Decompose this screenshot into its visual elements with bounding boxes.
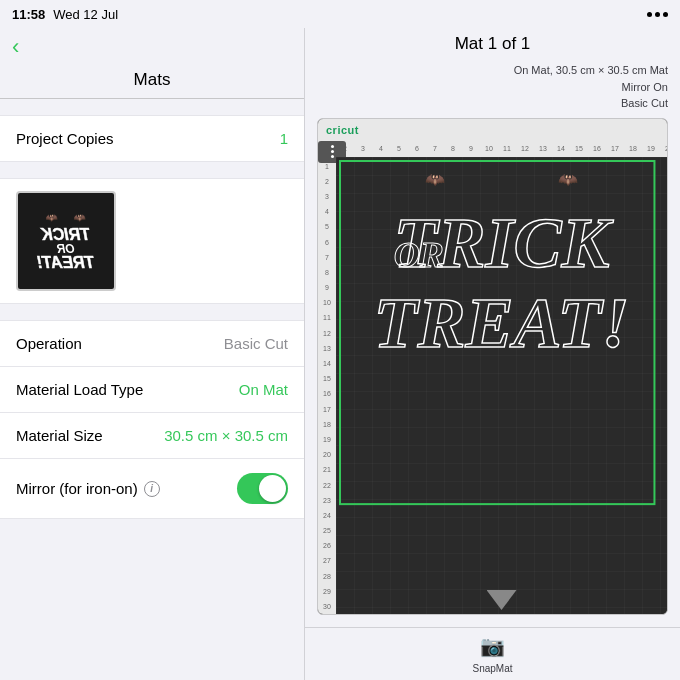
mats-title: Mats: [134, 70, 171, 89]
project-copies-value: 1: [280, 130, 288, 147]
info-icon[interactable]: i: [144, 481, 160, 497]
material-size-label: Material Size: [16, 427, 103, 444]
ruler-left: 1 2 3 4 5 6 7 8 9 10 11 12 13 14 15 16 1…: [318, 157, 336, 615]
ruler-num: 12: [516, 145, 534, 152]
svg-text:🦇: 🦇: [558, 170, 578, 189]
mat-title: Mat 1 of 1: [455, 34, 531, 53]
project-copies-row: Project Copies 1: [0, 115, 304, 162]
ruler-num: 20: [660, 145, 668, 152]
status-time: 11:58: [12, 7, 45, 22]
material-size-value: 30.5 cm × 30.5 cm: [164, 427, 288, 444]
ruler-num: 8: [444, 145, 462, 152]
ruler-num: 9: [462, 145, 480, 152]
main-row: ‹ Mats Project Copies 1 🦇 🦇 TRICK: [0, 28, 680, 680]
ruler-numbers: 2 3 4 5 6 7 8 9 10 11 12 13 14 15 16 17: [336, 145, 668, 152]
material-load-label: Material Load Type: [16, 381, 143, 398]
ruler-top: 2 3 4 5 6 7 8 9 10 11 12 13 14 15 16 17: [318, 141, 667, 157]
left-content: Project Copies 1 🦇 🦇 TRICK OR TREAT!: [0, 99, 304, 680]
mat-info-bar: On Mat, 30.5 cm × 30.5 cm Mat Mirror On …: [305, 60, 680, 118]
thumbnail-bats: 🦇 🦇: [37, 212, 94, 223]
grid-svg: 🦇 🦇 TRICK OR TREAT!: [336, 157, 667, 615]
ruler-num: 17: [606, 145, 624, 152]
status-date: Wed 12 Jul: [53, 7, 118, 22]
svg-text:OR: OR: [394, 235, 444, 275]
settings-group: Operation Basic Cut Material Load Type O…: [0, 320, 304, 519]
material-load-value: On Mat: [239, 381, 288, 398]
menu-dot: [331, 155, 334, 158]
mirror-row: Mirror (for iron-on) i: [0, 459, 304, 519]
mat-thumbnail-section: 🦇 🦇 TRICK OR TREAT!: [0, 178, 304, 304]
mat-info-line1: On Mat, 30.5 cm × 30.5 cm Mat: [317, 62, 668, 79]
snapmat-bar[interactable]: 📷 SnapMat: [305, 627, 680, 680]
menu-dot: [331, 150, 334, 153]
project-copies-label: Project Copies: [16, 130, 114, 147]
mirror-toggle[interactable]: [237, 473, 288, 504]
ruler-num: 18: [624, 145, 642, 152]
ruler-num: 3: [354, 145, 372, 152]
mat-info-line3: Basic Cut: [317, 95, 668, 112]
menu-dot: [331, 145, 334, 148]
right-header: Mat 1 of 1: [305, 28, 680, 60]
left-header: ‹: [0, 28, 304, 66]
mat-thumbnail: 🦇 🦇 TRICK OR TREAT!: [16, 191, 116, 291]
thumb-or: OR: [37, 243, 94, 255]
dot1: [647, 12, 652, 17]
ruler-num: 15: [570, 145, 588, 152]
snapmat-icon: 📷: [305, 634, 680, 658]
mats-title-bar: Mats: [0, 66, 304, 99]
snapmat-label: SnapMat: [472, 663, 512, 674]
svg-text:TREAT!: TREAT!: [373, 283, 629, 363]
ruler-num: 13: [534, 145, 552, 152]
back-button[interactable]: ‹: [12, 36, 19, 58]
mat-info-line2: Mirror On: [317, 79, 668, 96]
ruler-num: 6: [408, 145, 426, 152]
ruler-num: 5: [390, 145, 408, 152]
mat-grid-area: 🦇 🦇 TRICK OR TREAT!: [336, 157, 667, 615]
mat-top-bar: cricut: [318, 119, 667, 141]
svg-text:🦇: 🦇: [425, 170, 445, 189]
mirror-label-group: Mirror (for iron-on) i: [16, 480, 160, 497]
operation-row: Operation Basic Cut: [0, 321, 304, 367]
mat-canvas: cricut 2 3 4 5 6 7 8 9 10 11 12 13 14: [317, 118, 668, 616]
thumb-treat: TREAT!: [37, 255, 94, 271]
ruler-num: 16: [588, 145, 606, 152]
right-panel: Mat 1 of 1 On Mat, 30.5 cm × 30.5 cm Mat…: [305, 28, 680, 680]
dot3: [663, 12, 668, 17]
material-load-row[interactable]: Material Load Type On Mat: [0, 367, 304, 413]
ruler-num: 14: [552, 145, 570, 152]
material-size-row[interactable]: Material Size 30.5 cm × 30.5 cm: [0, 413, 304, 459]
operation-value: Basic Cut: [224, 335, 288, 352]
thumb-trick: TRICK: [37, 227, 94, 243]
toggle-knob: [259, 475, 286, 502]
cricut-logo: cricut: [326, 124, 359, 136]
ruler-num: 19: [642, 145, 660, 152]
status-dots: [647, 12, 668, 17]
operation-label: Operation: [16, 335, 82, 352]
ruler-num: 7: [426, 145, 444, 152]
dot2: [655, 12, 660, 17]
thumbnail-design: 🦇 🦇 TRICK OR TREAT!: [37, 212, 94, 271]
ruler-num: 4: [372, 145, 390, 152]
ruler-num: 11: [498, 145, 516, 152]
mirror-label: Mirror (for iron-on): [16, 480, 138, 497]
status-bar: 11:58 Wed 12 Jul: [0, 0, 680, 28]
ruler-num: 10: [480, 145, 498, 152]
left-panel: ‹ Mats Project Copies 1 🦇 🦇 TRICK: [0, 28, 305, 680]
